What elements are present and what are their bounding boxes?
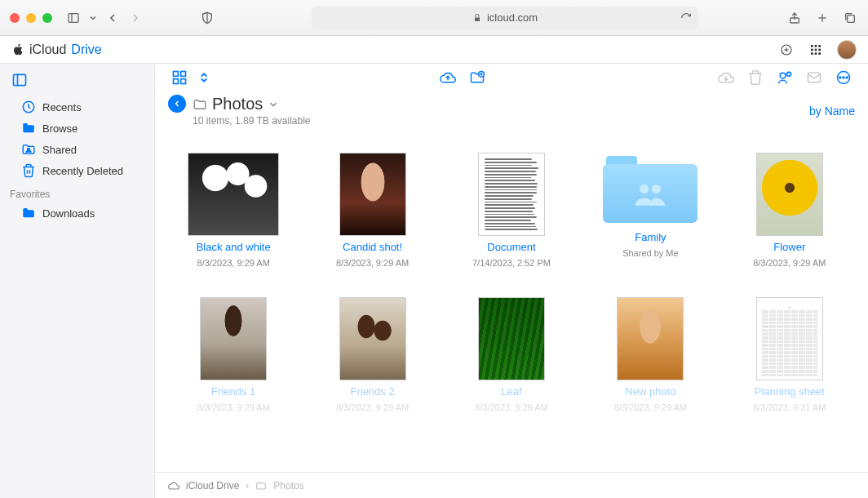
svg-point-31 — [780, 73, 786, 78]
svg-rect-19 — [818, 52, 821, 55]
image-thumbnail — [617, 297, 684, 380]
folder-subtitle: 10 items, 1.89 TB available — [193, 115, 311, 127]
file-item[interactable]: Candid shot!8/3/2023, 9:29 AM — [307, 153, 437, 268]
file-name: Friends 2 — [350, 385, 394, 398]
share-icon[interactable] — [786, 10, 803, 26]
url-text: icloud.com — [487, 11, 538, 24]
email-button[interactable] — [803, 66, 826, 89]
back-button[interactable] — [104, 10, 121, 26]
upload-button[interactable] — [436, 66, 459, 89]
sidebar-item-label: Recents — [42, 101, 82, 113]
breadcrumb: iCloud Drive › Photos — [155, 472, 868, 498]
svg-rect-13 — [818, 45, 821, 47]
view-options-button[interactable] — [197, 66, 210, 89]
sidebar-item-shared[interactable]: Shared — [0, 140, 154, 159]
new-folder-button[interactable] — [466, 66, 489, 89]
sidebar-toggle-icon[interactable] — [65, 10, 82, 26]
new-tab-icon[interactable] — [814, 10, 830, 26]
chevron-down-icon[interactable] — [88, 10, 98, 26]
image-thumbnail — [188, 153, 279, 236]
close-window-button[interactable] — [10, 13, 20, 23]
file-meta: 8/3/2023, 9:29 AM — [614, 402, 687, 412]
content-area: Photos 10 items, 1.89 TB available by Na… — [155, 64, 868, 498]
brand[interactable]: iCloud Drive — [11, 42, 102, 57]
svg-point-41 — [652, 185, 661, 193]
app-header: iCloud Drive — [0, 36, 868, 64]
file-meta: 8/3/2023, 9:29 AM — [336, 402, 409, 412]
chevron-down-icon[interactable] — [268, 99, 279, 110]
file-name: Friends 1 — [211, 385, 255, 398]
forward-button[interactable] — [127, 10, 144, 26]
tabs-icon[interactable] — [842, 10, 858, 26]
file-name: New photo — [625, 385, 675, 398]
user-avatar[interactable] — [837, 40, 857, 60]
back-nav-button[interactable] — [168, 95, 186, 113]
shield-icon[interactable] — [199, 10, 215, 26]
breadcrumb-root[interactable]: iCloud Drive — [186, 480, 239, 491]
sort-button[interactable]: by Name — [809, 104, 855, 118]
svg-point-38 — [843, 77, 844, 78]
file-name: Document — [487, 241, 535, 253]
view-grid-button[interactable] — [168, 66, 191, 89]
sidebar: Recents Browse Shared Recently Deleted F… — [0, 64, 155, 498]
file-meta: 8/3/2023, 9:29 AM — [336, 258, 409, 268]
svg-rect-18 — [815, 52, 817, 55]
svg-rect-17 — [811, 52, 813, 55]
file-name: Planning sheet — [755, 385, 825, 398]
sidebar-item-downloads[interactable]: Downloads — [0, 203, 154, 223]
folder-thumbnail — [601, 153, 699, 226]
breadcrumb-current[interactable]: Photos — [273, 480, 303, 491]
image-thumbnail — [478, 297, 545, 380]
file-meta: 7/14/2023, 2:52 PM — [472, 258, 551, 268]
file-meta: 8/3/2023, 9:29 AM — [475, 402, 547, 412]
image-thumbnail — [339, 297, 406, 380]
location-header: Photos 10 items, 1.89 TB available by Na… — [155, 91, 868, 135]
sidebar-item-recently-deleted[interactable]: Recently Deleted — [0, 161, 154, 180]
shared-folder-icon — [21, 142, 36, 157]
file-item[interactable]: Leaf8/3/2023, 9:29 AM — [446, 297, 577, 412]
window-controls — [10, 13, 52, 23]
collaborate-button[interactable] — [773, 66, 796, 89]
file-item[interactable]: ···Planning sheet8/3/2023, 9:31 AM — [724, 297, 855, 412]
delete-button[interactable] — [744, 66, 767, 89]
content-toolbar — [155, 64, 868, 91]
sidebar-item-browse[interactable]: Browse — [0, 118, 154, 138]
download-button[interactable] — [715, 66, 737, 89]
file-item[interactable]: Friends 18/3/2023, 9:29 AM — [168, 297, 299, 412]
address-bar[interactable]: icloud.com — [312, 7, 698, 29]
svg-point-37 — [839, 77, 841, 78]
sidebar-collapse-icon[interactable] — [0, 70, 154, 96]
svg-rect-27 — [181, 79, 186, 84]
svg-rect-24 — [174, 72, 179, 77]
svg-rect-15 — [815, 48, 817, 51]
svg-rect-20 — [14, 74, 26, 85]
svg-rect-7 — [848, 15, 855, 22]
apps-grid-icon[interactable] — [808, 42, 824, 58]
folder-icon — [21, 206, 36, 220]
more-button[interactable] — [832, 66, 855, 89]
fullscreen-window-button[interactable] — [42, 13, 52, 23]
file-item[interactable]: Friends 28/3/2023, 9:29 AM — [307, 297, 437, 412]
brand-name: iCloud — [29, 42, 66, 57]
clock-icon — [21, 100, 36, 114]
svg-rect-16 — [818, 48, 821, 51]
reload-icon[interactable] — [680, 12, 692, 24]
file-grid: Black and white8/3/2023, 9:29 AMCandid s… — [155, 135, 868, 472]
image-thumbnail — [339, 153, 406, 236]
file-meta: 8/3/2023, 9:29 AM — [753, 258, 826, 268]
file-item[interactable]: FamilyShared by Me — [585, 153, 715, 268]
add-icon[interactable] — [778, 42, 795, 58]
file-meta: 8/3/2023, 9:31 AM — [753, 402, 826, 412]
file-item[interactable]: Black and white8/3/2023, 9:29 AM — [168, 153, 299, 268]
file-item[interactable]: New photo8/3/2023, 9:29 AM — [585, 297, 715, 412]
file-item[interactable]: Document7/14/2023, 2:52 PM — [446, 153, 577, 268]
sidebar-item-label: Recently Deleted — [42, 165, 123, 177]
file-item[interactable]: Flower8/3/2023, 9:29 AM — [724, 153, 855, 268]
image-thumbnail — [756, 153, 823, 236]
sidebar-item-recents[interactable]: Recents — [0, 97, 154, 117]
image-thumbnail — [200, 297, 267, 380]
minimize-window-button[interactable] — [26, 13, 36, 23]
breadcrumb-separator: › — [246, 480, 249, 491]
file-meta: 8/3/2023, 9:29 AM — [197, 402, 270, 412]
svg-rect-25 — [181, 72, 186, 77]
